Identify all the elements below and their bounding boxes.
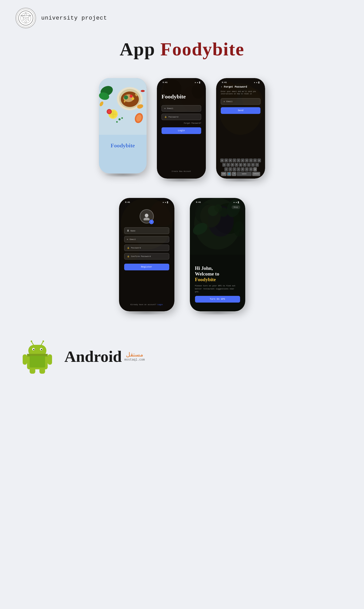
key-l[interactable]: l — [255, 163, 259, 167]
phone-splash: Foodybite — [99, 78, 147, 173]
svg-point-51 — [128, 230, 129, 231]
svg-rect-80 — [39, 368, 45, 374]
svg-rect-83 — [30, 356, 45, 368]
key-space[interactable]: space — [237, 172, 252, 176]
mostaql-arabic: مستقل — [126, 351, 143, 358]
svg-line-73 — [31, 341, 33, 345]
key-q[interactable]: q — [220, 158, 224, 162]
phone3-time: 9:41 — [222, 81, 227, 84]
phone-forgot-wrapper: 9:41 ▲ ▲ ▓ ‹ Forgot Password Enter your … — [216, 78, 265, 182]
key-y[interactable]: y — [241, 158, 244, 162]
key-z[interactable]: z — [224, 167, 228, 171]
keyboard-row-2: a s d f g h j k l — [221, 163, 260, 167]
svg-point-72 — [41, 349, 42, 350]
register-name-field[interactable]: Name — [124, 227, 169, 234]
login-screen-title: Foodybite — [162, 93, 201, 100]
svg-point-76 — [43, 340, 44, 342]
key-m[interactable]: m — [249, 167, 253, 171]
key-e[interactable]: e — [228, 158, 232, 162]
svg-rect-82 — [27, 354, 48, 355]
keyboard: q w e r t y u i o p a s d — [221, 158, 260, 177]
register-confirm-password-field[interactable]: 🔒 Confirm Password — [124, 253, 169, 260]
phone3-status-icons: ▲ ▲ ▓ — [254, 81, 259, 84]
food-image-area — [195, 211, 240, 265]
svg-rect-78 — [48, 354, 52, 365]
key-s[interactable]: s — [226, 163, 230, 167]
phone3-status: 9:41 ▲ ▲ ▓ — [221, 81, 260, 84]
android-text: Android — [64, 347, 122, 366]
gps-button[interactable]: Turn On GPS — [195, 296, 240, 303]
forgot-password-link[interactable]: Forgot Password? — [162, 122, 201, 124]
key-h[interactable]: h — [243, 163, 247, 167]
login-link[interactable]: Login — [157, 304, 163, 306]
mostaql-url: mostaql.com — [124, 358, 145, 362]
phone2-time: 9:41 — [163, 81, 167, 84]
phone-register-wrapper: 9:41 ▲ ▲ ▓ ↑ — [119, 198, 174, 315]
svg-point-5 — [25, 21, 27, 23]
key-p[interactable]: p — [257, 158, 261, 162]
skip-button[interactable]: Skip — [232, 205, 240, 209]
android-text-row: Android مستقل mostaql.com — [64, 347, 145, 366]
key-g[interactable]: g — [239, 163, 242, 167]
register-email-label: Email — [130, 238, 136, 240]
register-password-label: Password — [131, 247, 141, 249]
login-button[interactable]: Login — [162, 127, 201, 134]
key-123[interactable]: 123 — [221, 172, 226, 176]
welcome-to-text: Welcome to — [195, 271, 240, 277]
key-r[interactable]: r — [233, 158, 236, 162]
forgot-title: Forgot Password — [224, 86, 247, 88]
key-c[interactable]: c — [233, 167, 236, 171]
phones-row-bottom: 9:41 ▲ ▲ ▓ ↑ — [0, 198, 364, 331]
svg-rect-77 — [23, 354, 27, 365]
upload-button[interactable]: ↑ — [149, 220, 154, 224]
phone5-status: 9:41 ▲ ▲ ▓ — [195, 201, 240, 203]
header: كلية تكنولوجيا المعلومات university proj… — [0, 0, 364, 36]
key-u[interactable]: u — [245, 158, 249, 162]
skip-container: Skip — [195, 205, 240, 209]
key-globe[interactable]: 🌐 — [227, 172, 231, 176]
login-email-label: Email — [167, 107, 173, 110]
send-button[interactable]: Send — [221, 107, 260, 114]
key-i[interactable]: i — [249, 158, 253, 162]
key-n[interactable]: n — [245, 167, 249, 171]
app-word: App — [120, 39, 160, 60]
key-d[interactable]: d — [231, 163, 234, 167]
svg-rect-79 — [30, 368, 35, 374]
email-icon: ✉ — [164, 107, 166, 110]
key-a[interactable]: a — [222, 163, 226, 167]
phone4-time: 9:41 — [125, 201, 130, 203]
brand-word: Foodybite — [160, 39, 244, 60]
phone4-status-icons: ▲ ▲ ▓ — [163, 201, 168, 203]
register-email-field[interactable]: ✉ Email — [124, 236, 169, 243]
forgot-description: Enter your email and we'll send you inst… — [221, 90, 260, 95]
keyboard-row-4: 123 🌐 🎤 space return — [221, 172, 260, 176]
forgot-email-field[interactable]: ✉ Email — [221, 98, 260, 105]
key-t[interactable]: t — [237, 158, 240, 162]
mostaql-badge: مستقل mostaql.com — [124, 351, 145, 362]
login-password-field[interactable]: 🔒 Password — [162, 114, 201, 120]
already-account-label: Already have an account? — [130, 304, 156, 306]
key-v[interactable]: v — [237, 167, 240, 171]
phone5-time: 9:41 — [196, 201, 201, 203]
key-return[interactable]: return — [252, 172, 260, 176]
register-name-icon — [127, 229, 129, 232]
android-mascot — [21, 338, 54, 374]
key-x[interactable]: x — [228, 167, 232, 171]
back-button[interactable]: ‹ — [221, 86, 222, 88]
create-account-link[interactable]: Create New Account — [162, 170, 201, 175]
key-w[interactable]: w — [224, 158, 228, 162]
key-backspace[interactable]: ⌫ — [253, 167, 257, 171]
key-k[interactable]: k — [251, 163, 255, 167]
register-button[interactable]: Register — [124, 264, 169, 270]
key-f[interactable]: f — [235, 163, 238, 167]
key-b[interactable]: b — [241, 167, 244, 171]
phone-login: 9:41 ▲ ▲ ▓ Foodybite ✉ Email 🔒 Password … — [157, 78, 206, 179]
lock-icon: 🔒 — [164, 116, 167, 118]
register-password-field[interactable]: 🔒 Password — [124, 245, 169, 251]
key-j[interactable]: j — [247, 163, 251, 167]
key-mic[interactable]: 🎤 — [232, 172, 236, 176]
svg-point-52 — [127, 230, 129, 231]
register-confirm-label: Confirm Password — [131, 255, 151, 257]
login-email-field[interactable]: ✉ Email — [162, 105, 201, 112]
key-o[interactable]: o — [253, 158, 257, 162]
